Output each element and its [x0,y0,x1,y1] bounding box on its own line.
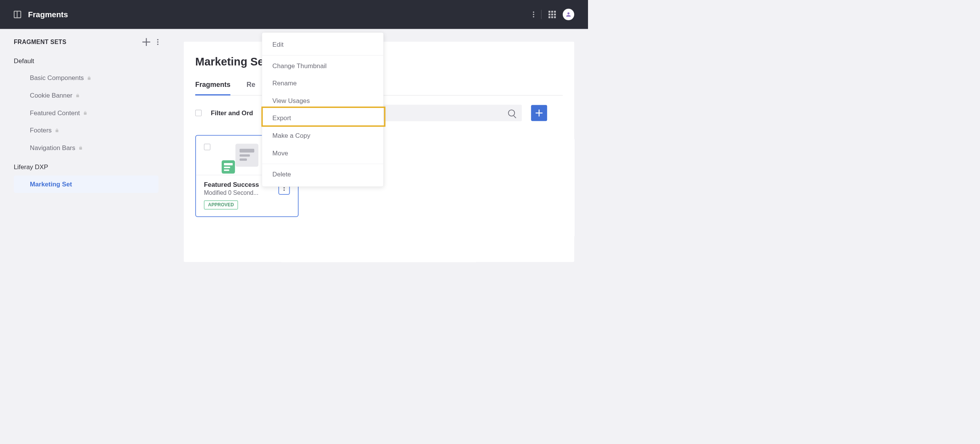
topbar-left: Fragments [14,10,68,19]
add-fragment-button[interactable] [531,105,547,121]
menu-item-view-usages[interactable]: View Usages [262,92,384,110]
lock-icon [76,93,80,98]
sidebar-item-featured-content[interactable]: Featured Content [14,104,158,122]
menu-item-move[interactable]: Move [262,144,384,162]
menu-separator [262,55,384,56]
sidebar-actions [142,38,158,46]
content-area: Marketing Set Fragments Re Filter and Or… [170,29,588,266]
filter-order-label[interactable]: Filter and Ord [211,109,253,117]
status-badge: APPROVED [204,201,238,209]
main-panel: Marketing Set Fragments Re Filter and Or… [184,42,574,262]
menu-item-delete[interactable]: Delete [262,166,384,183]
menu-separator [262,164,384,164]
sidebar-item-label: Footers [30,127,52,134]
plus-icon [536,109,542,116]
search-input[interactable] [375,105,522,121]
sidebar-item-label: Featured Content [30,109,80,117]
lock-icon [55,128,59,133]
topbar-divider [541,10,542,19]
menu-item-rename[interactable]: Rename [262,75,384,92]
topbar-kebab-icon[interactable] [533,11,534,18]
sidebar-item-basic-components[interactable]: Basic Components [14,69,158,87]
apps-grid-icon[interactable] [549,11,556,18]
card-checkbox[interactable] [204,144,211,150]
menu-item-make-a-copy[interactable]: Make a Copy [262,127,384,145]
topbar-right [533,9,574,20]
search-icon [508,109,515,116]
lock-icon [87,75,91,80]
lock-icon [78,145,83,150]
card-title: Featured Success [204,181,259,188]
fragment-type-icon [222,160,235,174]
sidebar-group-label: Liferay DXP [14,163,158,171]
sidebar-item-cookie-banner[interactable]: Cookie Banner [14,87,158,104]
sidebar-item-label: Basic Components [30,74,84,82]
select-all-checkbox[interactable] [195,110,202,116]
sidebar-item-label: Navigation Bars [30,144,75,152]
sidebar-kebab-icon[interactable] [157,39,158,45]
sidebar-title: FRAGMENT SETS [14,39,66,46]
top-bar: Fragments [0,0,588,29]
card-actions-menu: Edit Change Thumbnail Rename View Usages… [262,33,384,187]
sidebar-item-footers[interactable]: Footers [14,122,158,139]
page-title: Fragments [28,10,68,19]
sidebar-header: FRAGMENT SETS [14,38,158,46]
card-modified-text: Modified 0 Second... [204,189,259,196]
card-thumbnail-icon [235,144,258,167]
menu-item-edit[interactable]: Edit [262,36,384,54]
sidebar-group-label: Default [14,57,158,65]
panel-toggle-icon[interactable] [14,11,21,18]
sidebar-item-marketing-set[interactable]: Marketing Set [14,175,158,193]
sidebar: FRAGMENT SETS Default Basic Components C… [0,29,170,266]
tab-resources[interactable]: Re [247,81,255,96]
menu-item-change-thumbnail[interactable]: Change Thumbnail [262,57,384,75]
sidebar-item-navigation-bars[interactable]: Navigation Bars [14,139,158,157]
add-fragment-set-icon[interactable] [142,38,150,46]
person-icon [565,11,572,18]
tab-fragments[interactable]: Fragments [195,81,230,96]
menu-item-export[interactable]: Export [262,109,384,127]
main-layout: FRAGMENT SETS Default Basic Components C… [0,29,588,266]
user-avatar[interactable] [563,9,574,20]
lock-icon [83,111,87,116]
sidebar-item-label: Cookie Banner [30,92,72,99]
sidebar-item-label: Marketing Set [30,181,72,188]
